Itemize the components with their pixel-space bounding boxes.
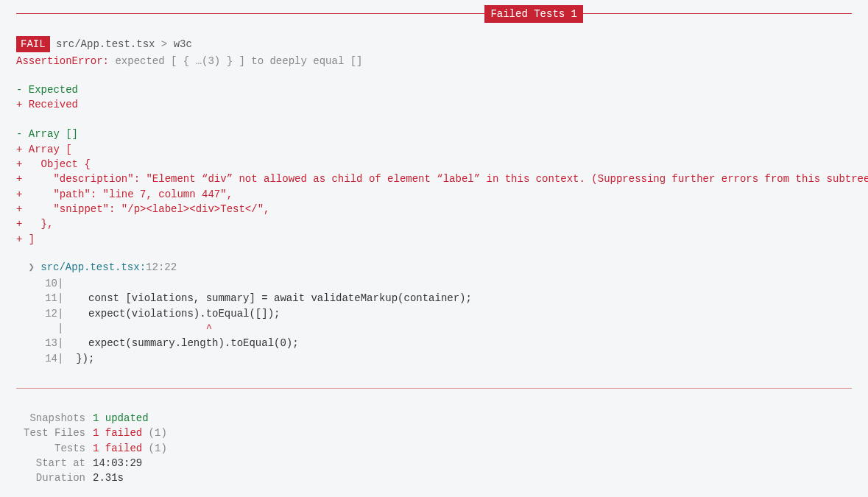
fail-badge: FAIL bbox=[16, 36, 50, 52]
error-message: expected [ { …(3) } ] to deeply equal [] bbox=[115, 55, 362, 67]
gutter-pipe: | bbox=[57, 308, 70, 320]
summary-block: Snapshots1 updatedTest Files1 failed (1)… bbox=[16, 411, 852, 485]
summary-row: Start at14:03:29 bbox=[16, 456, 852, 470]
code-line: 10| bbox=[16, 276, 852, 291]
caret-right-icon: ❯ bbox=[28, 261, 34, 273]
code-text: const [violations, summary] = await vali… bbox=[70, 292, 472, 304]
diff-line: + "path": "line 7, column 447", bbox=[16, 187, 852, 202]
diff-line: + }, bbox=[16, 216, 852, 231]
summary-value: 14:03:29 bbox=[93, 457, 142, 469]
diff-line: - Expected bbox=[16, 82, 852, 97]
summary-value: 2.31s bbox=[93, 472, 124, 484]
stack-block: ❯ src/App.test.tsx:12:22 10| 11| const [… bbox=[16, 260, 852, 366]
summary-value: (1) bbox=[142, 427, 167, 439]
summary-row: Tests1 failed (1) bbox=[16, 441, 852, 456]
fail-file-path: src/App.test.tsx bbox=[56, 38, 155, 50]
summary-label: Start at bbox=[16, 456, 85, 470]
gutter-pipe: | bbox=[57, 337, 70, 349]
diff-line: + ] bbox=[16, 232, 852, 247]
fail-header: FAIL src/App.test.tsx > w3c bbox=[16, 36, 852, 52]
line-number: 13 bbox=[16, 336, 57, 350]
summary-label: Tests bbox=[16, 441, 85, 456]
failed-tests-badge: Failed Tests 1 bbox=[484, 5, 583, 23]
code-line: | ^ bbox=[16, 321, 852, 336]
gutter-pipe: | bbox=[57, 292, 70, 304]
code-line: 13| expect(summary.length).toEqual(0); bbox=[16, 336, 852, 350]
diff-line: + "description": "Element “div” not allo… bbox=[16, 172, 852, 186]
summary-value: 1 failed bbox=[93, 443, 142, 454]
summary-value: 1 updated bbox=[93, 412, 149, 424]
diff-block: - Expected+ Received - Array []+ Array [… bbox=[16, 82, 852, 247]
diff-line: - Array [] bbox=[16, 127, 852, 141]
bottom-divider bbox=[16, 388, 852, 389]
code-block: 10| 11| const [violations, summary] = aw… bbox=[16, 276, 852, 366]
error-name: AssertionError: bbox=[16, 55, 109, 67]
error-line: AssertionError: expected [ { …(3) } ] to… bbox=[16, 54, 852, 68]
code-line: 14| }); bbox=[16, 351, 852, 366]
summary-label: Snapshots bbox=[16, 411, 85, 426]
chevron-right-icon: > bbox=[161, 38, 167, 50]
code-text: expect(summary.length).toEqual(0); bbox=[70, 337, 299, 349]
summary-row: Duration2.31s bbox=[16, 470, 852, 485]
fail-test-name: w3c bbox=[174, 38, 192, 50]
summary-row: Test Files1 failed (1) bbox=[16, 426, 852, 440]
code-text: }); bbox=[70, 353, 95, 364]
failed-tests-divider: Failed Tests 1 bbox=[16, 13, 852, 14]
gutter-pipe: | bbox=[57, 278, 70, 289]
gutter-pipe: | bbox=[57, 353, 70, 364]
diff-line bbox=[16, 112, 852, 127]
code-text: expect(violations).toEqual([]); bbox=[70, 308, 280, 320]
summary-row: Snapshots1 updated bbox=[16, 411, 852, 426]
summary-value: (1) bbox=[142, 443, 167, 454]
failure-block: FAIL src/App.test.tsx > w3c AssertionErr… bbox=[16, 36, 852, 366]
gutter-pipe: | bbox=[57, 322, 70, 334]
summary-label: Duration bbox=[16, 470, 85, 485]
summary-value: 1 failed bbox=[93, 427, 142, 439]
stack-file: src/App.test.tsx: bbox=[40, 261, 146, 273]
stack-header: ❯ src/App.test.tsx:12:22 bbox=[16, 260, 852, 275]
line-number: 14 bbox=[16, 351, 57, 366]
diff-line: + Array [ bbox=[16, 142, 852, 157]
error-caret-icon: ^ bbox=[70, 322, 212, 334]
diff-line: + "snippet": "/p><label><div>Test</", bbox=[16, 202, 852, 216]
diff-line: + Object { bbox=[16, 157, 852, 172]
line-number: 11 bbox=[16, 291, 57, 306]
stack-location: 12:22 bbox=[146, 261, 177, 273]
code-line: 12| expect(violations).toEqual([]); bbox=[16, 306, 852, 321]
summary-label: Test Files bbox=[16, 426, 85, 440]
code-line: 11| const [violations, summary] = await … bbox=[16, 291, 852, 306]
diff-line: + Received bbox=[16, 97, 852, 112]
divider-line bbox=[16, 13, 852, 14]
line-number: 12 bbox=[16, 306, 57, 321]
line-number: 10 bbox=[16, 276, 57, 291]
